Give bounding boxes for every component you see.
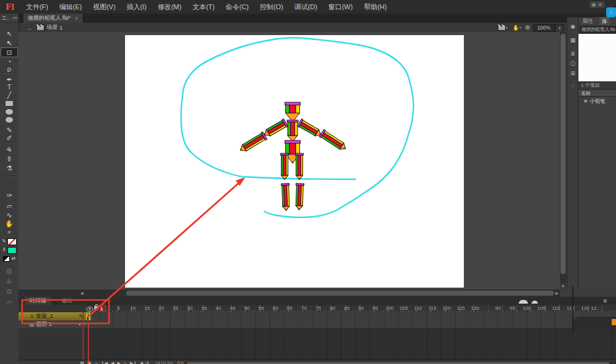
tab-timeline[interactable]: 时间轴 bbox=[25, 297, 51, 305]
menu-item-3[interactable]: 插入(I) bbox=[121, 3, 152, 10]
hscroll-thumb[interactable] bbox=[126, 291, 554, 296]
show-hide-eye-icon[interactable] bbox=[86, 307, 93, 312]
center-stage-icon[interactable]: ⊕ bbox=[525, 23, 530, 32]
black-white-icon[interactable] bbox=[3, 256, 10, 262]
titlebar-widgets[interactable]: ▣ ⚙ bbox=[590, 1, 605, 8]
hscroll-left-arrow-icon[interactable]: ◀ bbox=[79, 290, 85, 296]
polystar-tool[interactable] bbox=[1, 115, 17, 124]
color-mini-controls: ⇄ bbox=[1, 254, 17, 263]
tool-option-1[interactable]: ⟁ bbox=[1, 277, 17, 285]
width-tool[interactable]: ∿ bbox=[1, 211, 17, 219]
menu-item-0[interactable]: 文件(F) bbox=[20, 3, 54, 10]
eyedropper-tool[interactable]: ✑ bbox=[1, 191, 17, 200]
selection-tool[interactable]: ↖ bbox=[1, 30, 17, 38]
menu-item-6[interactable]: 命令(C) bbox=[221, 3, 254, 10]
visibility-dot[interactable]: • bbox=[79, 322, 81, 327]
align-icon[interactable]: ≣ bbox=[568, 49, 578, 58]
library-document-dropdown[interactable]: 做摆的铅笔人.fla bbox=[580, 26, 616, 33]
timeline-bottom-bar: ▤▣ ▱ ❙◀◀ ▶▷ ▶❙ ◉ ◎ 1 24.00 fps 0.0 s bbox=[18, 360, 616, 364]
stage-zoom-value[interactable]: 100% bbox=[533, 24, 555, 32]
menu-item-5[interactable]: 文本(T) bbox=[187, 3, 220, 10]
vscroll-thumb[interactable] bbox=[561, 34, 565, 274]
stage-horizontal-scrollbar[interactable]: ◀ ▶ bbox=[18, 289, 560, 297]
frames-row-0[interactable] bbox=[85, 312, 616, 320]
stage-artwork[interactable] bbox=[18, 32, 560, 289]
tab-library[interactable]: 库 bbox=[599, 17, 610, 25]
menu-item-1[interactable]: 编辑(E) bbox=[54, 3, 87, 10]
timeline-empty-area[interactable] bbox=[85, 328, 616, 360]
stroke-color-swatch[interactable] bbox=[7, 238, 17, 245]
oval-tool[interactable] bbox=[1, 107, 17, 116]
stage-vertical-scrollbar[interactable]: ▼ bbox=[560, 32, 566, 289]
text-tool[interactable]: T bbox=[1, 83, 17, 91]
pose-keyframe-cell[interactable] bbox=[85, 312, 91, 320]
playhead-marker[interactable]: 1 bbox=[97, 305, 106, 312]
back-arrow-icon[interactable]: ← bbox=[26, 23, 33, 32]
toolbar-divider bbox=[2, 72, 16, 73]
tool-option-4[interactable]: ◌ bbox=[1, 308, 17, 317]
menu-item-2[interactable]: 视图(V) bbox=[87, 3, 121, 10]
scene-label[interactable]: 场景 1 bbox=[47, 23, 63, 32]
library-preview bbox=[578, 34, 616, 82]
tab-output[interactable]: 输出 bbox=[57, 297, 78, 305]
timeline-bottom-icons[interactable]: ▤▣ ▱ ❙◀◀ ▶▷ ▶❙ ◉ ◎ bbox=[80, 361, 148, 364]
frame-rate-indicator[interactable]: 24.00 fps bbox=[155, 361, 173, 364]
library-item[interactable]: ❖小铅笔 bbox=[578, 97, 616, 105]
tab-properties[interactable]: 属性 bbox=[580, 17, 596, 25]
pencil-right-thigh bbox=[296, 153, 304, 180]
motion-presets-icon[interactable]: ◉ bbox=[568, 22, 578, 31]
info-icon[interactable]: ⓘ bbox=[568, 59, 578, 68]
layer-name[interactable]: 图层 1 bbox=[36, 320, 52, 328]
document-tab[interactable]: 做摆的铅笔人.fla* × bbox=[23, 14, 83, 23]
panel-collapse-icon[interactable]: ▾≣ bbox=[12, 14, 17, 23]
fill-color-swatch[interactable] bbox=[7, 247, 17, 254]
new-layer-icon: ▤ bbox=[80, 361, 84, 364]
menu-item-7[interactable]: 控制(O) bbox=[254, 3, 289, 10]
vscroll-down-arrow-icon[interactable]: ▼ bbox=[560, 283, 566, 289]
blue-app-badge-icon[interactable]: ∴ bbox=[606, 7, 616, 17]
menu-item-9[interactable]: 窗口(W) bbox=[323, 3, 359, 10]
ink-bottle-tool[interactable]: ⚗ bbox=[1, 164, 17, 172]
playhead-line[interactable] bbox=[83, 312, 84, 360]
pencil-tool[interactable]: ✎ bbox=[1, 126, 17, 134]
layer-row-0[interactable]: ♙骨架_1✎•• bbox=[18, 312, 85, 320]
subselection-tool[interactable]: ↖ bbox=[1, 39, 17, 47]
stroke-pencil-icon: ✎ bbox=[2, 237, 6, 246]
swap-colors-icon[interactable]: ⇄ bbox=[12, 254, 16, 263]
edit-scene-icon[interactable]: ▾ bbox=[498, 23, 508, 32]
timeline-scrollbar[interactable] bbox=[185, 362, 616, 364]
timeline-panel-menu-icon[interactable]: ≣ bbox=[603, 298, 607, 304]
pencil-left-calf bbox=[282, 184, 291, 211]
onion-skin-icon[interactable] bbox=[519, 300, 528, 304]
edit-symbols-icon[interactable]: ✋▾ bbox=[513, 23, 521, 32]
pencil-left-forearm bbox=[238, 132, 267, 154]
tab-close-icon[interactable]: × bbox=[75, 15, 78, 22]
free-transform-tool[interactable]: ⊡ bbox=[1, 48, 17, 57]
brush-library-icon[interactable]: ∴ bbox=[568, 81, 578, 90]
swatches-icon[interactable]: ▦ bbox=[568, 36, 578, 44]
layer-row-1[interactable]: ▤图层 1•• bbox=[18, 320, 85, 328]
menu-item-10[interactable]: 帮助(H) bbox=[359, 3, 392, 10]
layer-name[interactable]: 骨架_1 bbox=[36, 312, 53, 320]
pencil-right-upper-arm bbox=[298, 119, 323, 139]
library-name-column-header[interactable]: 名称 bbox=[578, 89, 616, 97]
tool-option-2[interactable]: ⧉ bbox=[1, 287, 17, 296]
pencil-upper-torso bbox=[287, 120, 298, 142]
tools-panel-header[interactable]: 工.. ▾≣ bbox=[0, 14, 18, 23]
tool-option-0[interactable]: ◍ bbox=[1, 266, 17, 275]
frames-row-1[interactable] bbox=[85, 320, 616, 328]
onion-outline-icon[interactable] bbox=[532, 301, 538, 304]
transform-icon[interactable]: ⊞ bbox=[568, 69, 578, 78]
menu-item-8[interactable]: 调试(D) bbox=[289, 3, 323, 10]
play-icon: ▶ bbox=[117, 361, 120, 364]
eraser-tool[interactable]: ▱ bbox=[1, 201, 17, 210]
line-tool[interactable]: ╱ bbox=[1, 91, 17, 99]
rectangle-tool[interactable] bbox=[1, 99, 17, 108]
brush-tool[interactable]: ✐ bbox=[1, 134, 17, 142]
paint-bucket-tool[interactable]: ⚱ bbox=[1, 155, 17, 163]
hscroll-right-arrow-icon[interactable]: ▶ bbox=[554, 290, 560, 296]
tool-option-3[interactable]: ▱ bbox=[1, 297, 17, 306]
hand-tool[interactable]: ✋ bbox=[1, 219, 17, 228]
menu-item-4[interactable]: 修改(M) bbox=[152, 3, 187, 10]
toolbar-divider bbox=[2, 235, 16, 236]
